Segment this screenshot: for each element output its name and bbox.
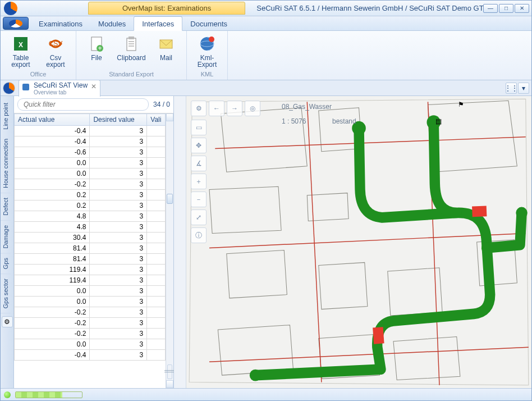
side-tab-gps[interactable]: Gps: [1, 253, 11, 274]
menu-tab-modules[interactable]: Modules: [90, 17, 134, 30]
table-cell: 4.8: [15, 211, 90, 222]
progress-bar: [15, 391, 82, 398]
map-tool-measure[interactable]: ∡: [191, 156, 207, 171]
scroll-thumb[interactable]: [167, 194, 173, 204]
gear-icon: ⚙: [196, 104, 202, 112]
close-tab-icon[interactable]: ✕: [91, 83, 97, 90]
side-tab-damage[interactable]: Damage: [1, 221, 11, 254]
table-cell: 3: [90, 147, 147, 158]
map-tool-select[interactable]: ▭: [191, 120, 207, 135]
table-row[interactable]: 81.43: [15, 254, 166, 265]
table-row[interactable]: 0.03: [15, 158, 166, 168]
scroll-up-button[interactable]: [166, 113, 173, 121]
csv-export-label: Csv export: [40, 54, 71, 68]
scroll-down-button[interactable]: [166, 380, 173, 388]
table-cell: [147, 222, 166, 233]
table-cell: [147, 158, 166, 168]
map-tool-zoomin[interactable]: ＋: [191, 174, 207, 189]
map-settings-button[interactable]: ⚙: [191, 101, 207, 116]
map-tool-info[interactable]: ⓘ: [191, 227, 207, 243]
ribbon-group-label: Standard Export: [76, 71, 186, 80]
table-cell: 3: [90, 211, 147, 222]
table-row[interactable]: -0.23: [15, 329, 166, 339]
table-cell: [147, 350, 166, 361]
menu-tab-documents[interactable]: Documents: [182, 17, 235, 30]
table-row[interactable]: 119.43: [15, 275, 166, 286]
map-back-button[interactable]: ←: [209, 101, 224, 116]
data-grid[interactable]: Actual valueDesired valueVali-0.43-0.43-…: [14, 113, 166, 388]
table-row[interactable]: 30.43: [15, 233, 166, 243]
side-tab-defect[interactable]: Defect: [1, 193, 11, 221]
table-row[interactable]: 4.83: [15, 211, 166, 222]
table-cell: 119.4: [15, 265, 90, 275]
map-tool-pan[interactable]: ✥: [191, 138, 207, 153]
table-cell: [147, 233, 166, 243]
table-row[interactable]: -0.23: [15, 179, 166, 190]
clipboard-button[interactable]: Clipboard: [116, 33, 147, 61]
table-cell: 3: [90, 168, 147, 179]
home-tab-icon[interactable]: [3, 82, 15, 94]
side-settings-button[interactable]: ⚙: [2, 316, 13, 327]
column-header[interactable]: Desired value: [90, 114, 147, 126]
title-bar: OverMap list: Examinations SeCuRi SAT 6.…: [1, 1, 531, 16]
table-row[interactable]: 81.43: [15, 243, 166, 254]
column-header[interactable]: Actual value: [15, 114, 90, 126]
status-indicator-icon: [4, 391, 11, 398]
svg-point-14: [209, 37, 214, 42]
table-row[interactable]: -0.43: [15, 126, 166, 136]
map-locate-button[interactable]: ◎: [245, 101, 260, 116]
side-tab-gps-sector[interactable]: Gps sector: [1, 274, 11, 313]
minimize-button[interactable]: —: [483, 4, 498, 13]
file-button[interactable]: +File: [81, 33, 112, 61]
map-tool-extent[interactable]: ⤢: [191, 209, 207, 225]
document-tab-bar: SeCuRi SAT View Overview tab ✕ ⋮⋮ ▾: [1, 80, 531, 96]
overmap-context-tab[interactable]: OverMap list: Examinations: [88, 2, 245, 15]
kml-export-button[interactable]: Kml-Export: [191, 33, 223, 68]
table-cell: [147, 297, 166, 307]
table-cell: 0.2: [15, 200, 90, 211]
table-row[interactable]: 0.03: [15, 286, 166, 297]
close-button[interactable]: ✕: [515, 4, 529, 13]
grid-drag-handle[interactable]: [167, 364, 172, 379]
table-export-button[interactable]: XTable export: [5, 33, 36, 68]
map-flag-button[interactable]: ⚑: [458, 101, 464, 108]
ribbon-group-label: KML: [187, 71, 227, 80]
table-row[interactable]: 0.03: [15, 339, 166, 350]
document-tab[interactable]: SeCuRi SAT View Overview tab ✕: [19, 80, 100, 97]
table-cell: [147, 329, 166, 339]
table-row[interactable]: -0.43: [15, 136, 166, 147]
side-tab-line-point[interactable]: Line point: [1, 98, 11, 134]
tab-dropdown-button[interactable]: ▾: [518, 83, 529, 94]
table-row[interactable]: 0.23: [15, 190, 166, 200]
table-row[interactable]: 0.03: [15, 297, 166, 307]
menu-tab-interfaces[interactable]: Interfaces: [134, 16, 182, 31]
quick-filter-input[interactable]: [17, 98, 149, 111]
column-header[interactable]: Vali: [147, 114, 166, 126]
table-row[interactable]: 0.23: [15, 200, 166, 211]
map-tool-zoomout[interactable]: －: [191, 192, 207, 207]
map-forward-button[interactable]: →: [227, 101, 242, 116]
tab-options-button[interactable]: ⋮⋮: [506, 83, 517, 94]
map-layer-button[interactable]: ▤: [435, 117, 442, 125]
table-cell: 3: [90, 200, 147, 211]
table-row[interactable]: 0.03: [15, 168, 166, 179]
table-row[interactable]: 119.43: [15, 265, 166, 275]
table-row[interactable]: -0.23: [15, 307, 166, 318]
table-row[interactable]: -0.23: [15, 318, 166, 329]
menu-tab-examinations[interactable]: Examinations: [31, 17, 90, 30]
table-row[interactable]: 4.83: [15, 222, 166, 233]
table-cell: [147, 147, 166, 158]
table-cell: [147, 136, 166, 147]
table-cell: 3: [90, 350, 147, 361]
grid-scrollbar[interactable]: [166, 113, 173, 388]
app-menu-button[interactable]: [3, 17, 29, 30]
table-row[interactable]: -0.43: [15, 350, 166, 361]
maximize-button[interactable]: □: [499, 4, 513, 13]
table-row[interactable]: -0.63: [15, 147, 166, 158]
side-tab-house-connection[interactable]: House connection: [1, 134, 11, 193]
mail-button[interactable]: Mail: [150, 33, 182, 61]
map-canvas[interactable]: ⚙ ← → ◎ ▭ ✥ ∡ ＋ － ⤢ ⓘ 08_Gas_Wasser 1 : …: [186, 96, 531, 388]
mail-icon: [157, 34, 176, 53]
csv-export-button[interactable]: CSVCsv export: [40, 33, 71, 68]
map-scale-label: 1 : 5076: [282, 117, 306, 125]
